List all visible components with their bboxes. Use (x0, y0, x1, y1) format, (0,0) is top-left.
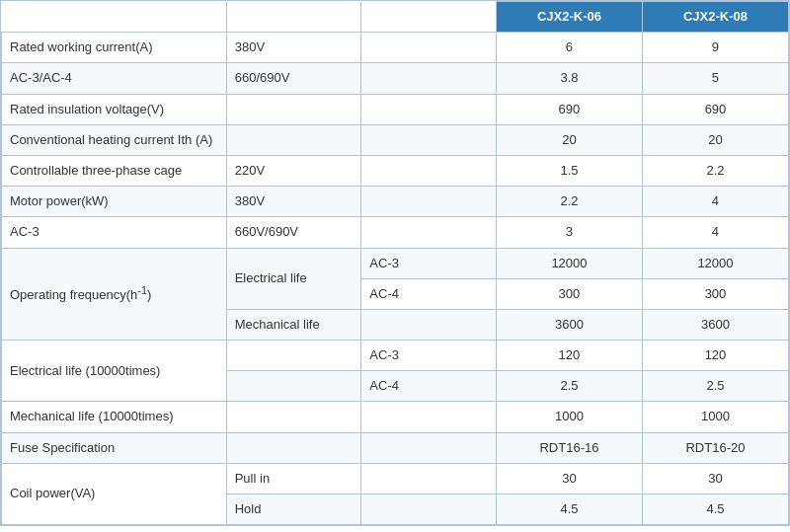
cell-val2: 2.5 (642, 371, 788, 402)
cell-param: Electrical life (10000times) (2, 341, 227, 402)
cell-sub1 (226, 341, 361, 371)
cell-sub2 (361, 94, 497, 124)
cell-sub2 (361, 63, 497, 94)
header-col3 (361, 2, 497, 33)
cell-sub1: 660V/690V (226, 217, 361, 248)
cell-val1: 3600 (496, 309, 642, 340)
cell-val1: 20 (496, 124, 642, 155)
cell-sub1: Electrical life (226, 248, 361, 309)
cell-param: Conventional heating current Ith (A) (2, 124, 227, 155)
table-row: Electrical life (10000times)AC-3120120 (2, 341, 789, 371)
cell-sub1: Pull in (226, 463, 361, 494)
cell-sub1 (226, 402, 361, 432)
cell-val2: 690 (642, 94, 788, 124)
header-col5: CJX2-K-08 (642, 2, 788, 33)
header-col4: CJX2-K-06 (496, 2, 642, 33)
cell-sub2 (361, 432, 497, 463)
table-row: Rated working current(A)380V69 (2, 33, 789, 63)
table-row: AC-3/AC-4660/690V3.85 (2, 63, 789, 94)
cell-val1: 2.5 (496, 371, 642, 402)
specs-table: CJX2-K-06 CJX2-K-08 Rated working curren… (1, 1, 789, 525)
cell-sub2 (361, 33, 497, 63)
cell-val1: 3.8 (496, 63, 642, 94)
header-col2 (226, 2, 361, 33)
header-col1 (2, 2, 227, 33)
cell-val1: 6 (496, 33, 642, 63)
cell-val1: 300 (496, 278, 642, 309)
cell-param: Rated insulation voltage(V) (2, 94, 227, 124)
cell-val2: RDT16-20 (642, 432, 788, 463)
table-row: Mechanical life (10000times)10001000 (2, 402, 789, 432)
cell-val2: 4 (642, 187, 788, 217)
cell-param: AC-3/AC-4 (2, 63, 227, 94)
cell-val1: 690 (496, 94, 642, 124)
table-row: AC-3660V/690V34 (2, 217, 789, 248)
cell-val2: 12000 (642, 248, 788, 278)
cell-sub1: 380V (226, 33, 361, 63)
table-row: Fuse SpecificationRDT16-16RDT16-20 (2, 432, 789, 463)
cell-sub2: AC-3 (361, 341, 497, 371)
cell-sub2: AC-3 (361, 248, 497, 278)
cell-val2: 120 (642, 341, 788, 371)
cell-val2: 9 (642, 33, 788, 63)
cell-param: Controllable three-phase cage (2, 155, 227, 186)
cell-val1: 4.5 (496, 494, 642, 525)
cell-sub2 (361, 124, 497, 155)
cell-val1: 30 (496, 463, 642, 494)
cell-sub2 (361, 217, 497, 248)
cell-val2: 300 (642, 278, 788, 309)
cell-sub1: 220V (226, 155, 361, 186)
cell-sub1 (226, 371, 361, 402)
cell-param: AC-3 (2, 217, 227, 248)
cell-param: Motor power(kW) (2, 187, 227, 217)
cell-val1: 2.2 (496, 187, 642, 217)
table-row: Operating frequency(h-1)Electrical lifeA… (2, 248, 789, 278)
cell-sub1 (226, 432, 361, 463)
cell-val2: 4.5 (642, 494, 788, 525)
main-table-wrapper: CJX2-K-06 CJX2-K-08 Rated working curren… (0, 0, 790, 526)
cell-sub2 (361, 309, 497, 340)
table-row: Rated insulation voltage(V)690690 (2, 94, 789, 124)
cell-sub1: 660/690V (226, 63, 361, 94)
cell-param: Rated working current(A) (2, 33, 227, 63)
cell-param: Operating frequency(h-1) (2, 248, 227, 341)
cell-val2: 30 (642, 463, 788, 494)
cell-sub2 (361, 463, 497, 494)
cell-val2: 4 (642, 217, 788, 248)
cell-sub2 (361, 402, 497, 432)
cell-val1: 12000 (496, 248, 642, 278)
cell-sub1 (226, 94, 361, 124)
cell-param: Coil power(VA) (2, 463, 227, 524)
cell-val2: 20 (642, 124, 788, 155)
cell-sub1: Hold (226, 494, 361, 525)
cell-val2: 5 (642, 63, 788, 94)
table-row: Conventional heating current Ith (A)2020 (2, 124, 789, 155)
table-row: Motor power(kW)380V2.24 (2, 187, 789, 217)
cell-sub2: AC-4 (361, 278, 497, 309)
cell-sub1 (226, 124, 361, 155)
cell-sub2 (361, 494, 497, 525)
cell-sub2 (361, 187, 497, 217)
cell-val1: 120 (496, 341, 642, 371)
cell-val2: 3600 (642, 309, 788, 340)
cell-val1: 1.5 (496, 155, 642, 186)
table-row: Coil power(VA)Pull in3030 (2, 463, 789, 494)
cell-sub2: AC-4 (361, 371, 497, 402)
table-row: Controllable three-phase cage220V1.52.2 (2, 155, 789, 186)
cell-sub1: Mechanical life (226, 309, 361, 340)
cell-val1: RDT16-16 (496, 432, 642, 463)
cell-sub1: 380V (226, 187, 361, 217)
cell-val1: 1000 (496, 402, 642, 432)
cell-val2: 2.2 (642, 155, 788, 186)
cell-param: Fuse Specification (2, 432, 227, 463)
cell-val1: 3 (496, 217, 642, 248)
cell-param: Mechanical life (10000times) (2, 402, 227, 432)
cell-val2: 1000 (642, 402, 788, 432)
cell-sub2 (361, 155, 497, 186)
